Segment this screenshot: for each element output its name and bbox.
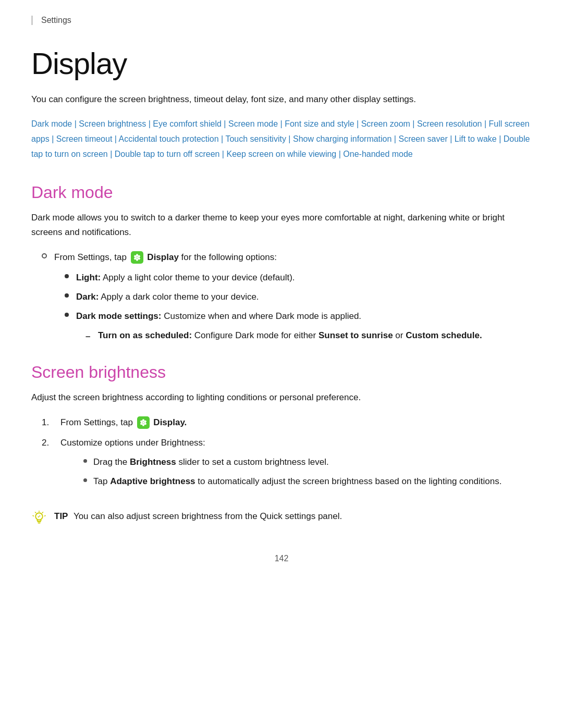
breadcrumb: Settings: [31, 16, 532, 25]
small-bullet-icon-2: [83, 478, 87, 482]
page-title: Display: [31, 46, 532, 81]
toc-link-touch-sensitivity[interactable]: Touch sensitivity: [225, 134, 286, 143]
dark-mode-from-settings-item: From Settings, tap Display for the follo…: [42, 250, 532, 264]
toc-link-one-handed[interactable]: One-handed mode: [343, 150, 412, 158]
screen-brightness-title: Screen brightness: [31, 363, 532, 382]
svg-line-7: [45, 516, 46, 516]
small-bullet-icon: [83, 459, 87, 463]
toc-link-double-tap-off[interactable]: Double tap to turn off screen: [115, 150, 220, 158]
dark-mode-sub-options: – Turn on as scheduled: Configure Dark m…: [85, 328, 532, 343]
page-container: Settings Display You can configure the s…: [0, 0, 563, 728]
settings-gear-icon-2: [137, 416, 150, 429]
tip-bulb-icon: [31, 510, 47, 528]
filled-bullet-icon: [65, 293, 69, 298]
breadcrumb-text: Settings: [41, 16, 71, 24]
toc-links: Dark mode | Screen brightness | Eye comf…: [31, 117, 532, 162]
toc-link-keep-screen-on[interactable]: Keep screen on while viewing: [226, 150, 336, 158]
filled-bullet-icon: [65, 274, 69, 278]
toc-link-screen-brightness[interactable]: Screen brightness: [79, 119, 146, 128]
step-number-1: 1.: [42, 415, 57, 429]
toc-link-lift-to-wake[interactable]: Lift to wake: [455, 134, 497, 143]
dark-mode-settings-option: Dark mode settings: Customize when and w…: [65, 309, 532, 323]
dark-mode-description: Dark mode allows you to switch to a dark…: [31, 211, 532, 240]
tip-box: TIP You can also adjust screen brightnes…: [31, 509, 532, 528]
tip-text-content: TIP You can also adjust screen brightnes…: [54, 509, 342, 523]
brightness-options: Drag the Brightness slider to set a cust…: [83, 455, 501, 488]
svg-line-6: [42, 512, 43, 513]
brightness-adaptive-option: Tap Adaptive brightness to automatically…: [83, 474, 501, 488]
dark-mode-list: From Settings, tap Display for the follo…: [42, 250, 532, 344]
dark-mode-light-option: Light: Apply a light color theme to your…: [65, 270, 532, 285]
screen-brightness-description: Adjust the screen brightness according t…: [31, 390, 532, 405]
svg-point-1: [142, 422, 144, 424]
settings-gear-icon: [131, 251, 143, 264]
dark-mode-title: Dark mode: [31, 183, 532, 202]
brightness-step-2: 2. Customize options under Brightness: D…: [42, 436, 532, 494]
toc-link-font-size[interactable]: Font size and style: [285, 119, 354, 128]
toc-link-screen-timeout[interactable]: Screen timeout: [56, 134, 113, 143]
dash-icon: –: [85, 329, 93, 343]
toc-link-dark-mode[interactable]: Dark mode: [31, 119, 72, 128]
toc-link-screen-saver[interactable]: Screen saver: [398, 134, 447, 143]
dark-mode-options: Light: Apply a light color theme to your…: [65, 270, 532, 344]
tip-body-text: You can also adjust screen brightness fr…: [74, 511, 342, 521]
dark-mode-dark-option: Dark: Apply a dark color theme to your d…: [65, 290, 532, 304]
brightness-steps: 1. From Settings, tap Display. 2. C: [42, 415, 532, 494]
page-number: 142: [31, 554, 532, 563]
svg-line-8: [35, 512, 36, 513]
brightness-drag-option: Drag the Brightness slider to set a cust…: [83, 455, 501, 469]
tip-label: TIP: [54, 511, 68, 521]
intro-text: You can configure the screen brightness,…: [31, 92, 532, 106]
toc-link-screen-resolution[interactable]: Screen resolution: [417, 119, 482, 128]
filled-bullet-icon: [65, 313, 69, 317]
svg-point-0: [136, 256, 138, 258]
from-settings-text: From Settings, tap Display for the follo…: [54, 250, 277, 264]
toc-link-eye-comfort[interactable]: Eye comfort shield: [153, 119, 222, 128]
toc-link-screen-mode[interactable]: Screen mode: [228, 119, 278, 128]
toc-link-charging-info[interactable]: Show charging information: [293, 134, 391, 143]
circle-bullet-icon: [42, 253, 47, 258]
toc-link-accidental-touch[interactable]: Accidental touch protection: [119, 134, 219, 143]
dark-mode-scheduled-option: – Turn on as scheduled: Configure Dark m…: [85, 328, 532, 343]
toc-link-screen-zoom[interactable]: Screen zoom: [361, 119, 410, 128]
step-number-2: 2.: [42, 436, 57, 450]
brightness-step-1: 1. From Settings, tap Display.: [42, 415, 532, 429]
svg-line-9: [33, 516, 34, 516]
dark-mode-section: Dark mode Dark mode allows you to switch…: [31, 183, 532, 344]
screen-brightness-section: Screen brightness Adjust the screen brig…: [31, 363, 532, 528]
